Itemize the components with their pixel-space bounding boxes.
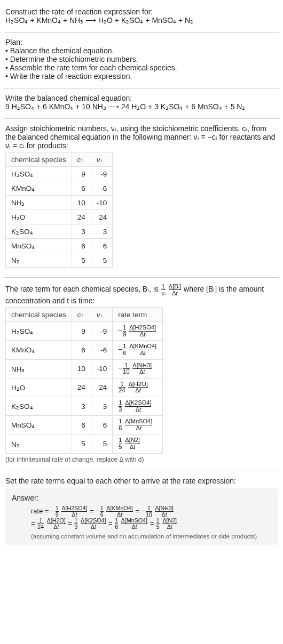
final-line: Set the rate terms equal to each other t… (5, 477, 278, 485)
rateterm-text-a: The rate term for each chemical species,… (5, 285, 161, 293)
v-cell: 24 (91, 210, 113, 224)
col-c: cᵢ (72, 152, 91, 167)
table-row: N₂5515 Δ[N2]Δt (6, 434, 163, 453)
rate-cell: −110 Δ[NH3]Δt (113, 359, 163, 378)
v-cell: 6 (91, 416, 113, 434)
intro-prompt: Construct the rate of reaction expressio… (5, 7, 278, 16)
species-cell: KMnO₄ (6, 181, 72, 196)
table-row: H₂O2424124 Δ[H2O]Δt (6, 378, 163, 397)
separator (4, 471, 279, 471)
col-v: νᵢ (91, 308, 113, 322)
species-cell: K₂SO₄ (6, 397, 72, 415)
rate-cell: 13 Δ[K2SO4]Δt (113, 397, 163, 415)
separator (4, 118, 279, 119)
col-c: cᵢ (72, 308, 91, 322)
species-cell: H₂SO₄ (6, 322, 72, 341)
species-cell: N₂ (6, 434, 72, 453)
separator (4, 277, 279, 278)
c-cell: 24 (72, 210, 91, 224)
rateterm-footnote: (for infinitesimal rate of change, repla… (5, 456, 278, 463)
table-row: MnSO₄6616 Δ[MnSO4]Δt (6, 416, 163, 434)
table-row: KMnO₄6-6 (6, 181, 113, 196)
c-cell: 6 (72, 181, 91, 196)
c-cell: 6 (72, 416, 91, 434)
col-rate: rate term (113, 308, 163, 322)
balanced-title: Write the balanced chemical equation: (5, 94, 278, 102)
col-v: νᵢ (91, 152, 113, 167)
c-cell: 9 (72, 167, 91, 181)
rate-cell: −16 Δ[KMnO4]Δt (113, 341, 163, 359)
v-cell: 3 (91, 397, 113, 415)
c-cell: 10 (72, 196, 91, 210)
v-cell: 24 (91, 378, 113, 397)
intro-block: Construct the rate of reaction expressio… (4, 4, 279, 30)
v-cell: 6 (91, 239, 113, 253)
species-cell: N₂ (6, 253, 72, 268)
table-row: MnSO₄66 (6, 239, 113, 253)
table-row: H₂SO₄9-9−19 Δ[H2SO4]Δt (6, 322, 163, 341)
col-species: chemical species (6, 152, 72, 167)
rate-eq-line2: = 124 Δ[H2O]Δt = 13 Δ[K2SO4]Δt = 16 Δ[Mn… (12, 518, 271, 530)
table-row: NH₃10-10 (6, 196, 113, 210)
table-row: NH₃10-10−110 Δ[NH3]Δt (6, 359, 163, 378)
species-cell: K₂SO₄ (6, 224, 72, 239)
species-cell: KMnO₄ (6, 341, 72, 359)
v-cell: -9 (91, 167, 113, 181)
intro-equation: H₂SO₄ + KMnO₄ + NH₃ ⟶ H₂O + K₂SO₄ + MnSO… (5, 16, 278, 25)
assign-block: Assign stoichiometric numbers, νᵢ, using… (4, 121, 279, 275)
table-row: H₂SO₄9-9 (6, 167, 113, 181)
plan-item: • Write the rate of reaction expression. (5, 72, 278, 80)
c-cell: 6 (72, 341, 91, 359)
separator (4, 88, 279, 88)
c-cell: 24 (72, 378, 91, 397)
table-row: KMnO₄6-6−16 Δ[KMnO4]Δt (6, 341, 163, 359)
c-cell: 3 (72, 224, 91, 239)
answer-footnote: (assuming constant volume and no accumul… (12, 530, 271, 540)
plan-item: • Determine the stoichiometric numbers. (5, 55, 278, 63)
species-cell: H₂O (6, 378, 72, 397)
rate-cell: −19 Δ[H2SO4]Δt (113, 322, 163, 341)
plan-block: Plan: • Balance the chemical equation. •… (4, 35, 279, 86)
species-cell: NH₃ (6, 196, 72, 210)
rate-cell: 16 Δ[MnSO4]Δt (113, 416, 163, 434)
species-cell: H₂SO₄ (6, 167, 72, 181)
v-cell: 3 (91, 224, 113, 239)
v-cell: -10 (91, 359, 113, 378)
plan-title: Plan: (5, 38, 278, 46)
rateterm-frac-1: 1νᵢ Δ[Bᵢ]Δt (161, 285, 184, 293)
c-cell: 9 (72, 322, 91, 341)
species-cell: NH₃ (6, 359, 72, 378)
c-cell: 5 (72, 434, 91, 453)
rateterm-block: The rate term for each chemical species,… (4, 280, 279, 469)
c-cell: 10 (72, 359, 91, 378)
v-cell: -6 (91, 181, 113, 196)
v-cell: 5 (91, 434, 113, 453)
separator (4, 32, 279, 33)
table-row: N₂55 (6, 253, 113, 268)
c-cell: 6 (72, 239, 91, 253)
table-row: K₂SO₄33 (6, 224, 113, 239)
balanced-equation: 9 H₂SO₄ + 6 KMnO₄ + 10 NH₃ ⟶ 24 H₂O + 3 … (5, 102, 278, 111)
table-row: H₂O2424 (6, 210, 113, 224)
col-species: chemical species (6, 308, 72, 322)
species-cell: MnSO₄ (6, 416, 72, 434)
v-cell: -10 (91, 196, 113, 210)
v-cell: -9 (91, 322, 113, 341)
final-line-block: Set the rate terms equal to each other t… (4, 473, 279, 551)
answer-label: Answer: (12, 494, 271, 502)
rate-cell: 15 Δ[N2]Δt (113, 434, 163, 453)
rate-cell: 124 Δ[H2O]Δt (113, 378, 163, 397)
balanced-block: Write the balanced chemical equation: 9 … (4, 91, 279, 116)
c-cell: 5 (72, 253, 91, 268)
v-cell: -6 (91, 341, 113, 359)
c-cell: 3 (72, 397, 91, 415)
species-cell: MnSO₄ (6, 239, 72, 253)
species-cell: H₂O (6, 210, 72, 224)
rate-eq-line1: rate = −19 Δ[H2SO4]Δt = −16 Δ[KMnO4]Δt =… (12, 505, 271, 518)
plan-item: • Assemble the rate term for each chemic… (5, 63, 278, 72)
rateterm-table: chemical species cᵢ νᵢ rate term H₂SO₄9-… (5, 307, 163, 454)
rate-prefix: rate = (31, 507, 49, 515)
assign-text: Assign stoichiometric numbers, νᵢ, using… (5, 124, 278, 150)
plan-item: • Balance the chemical equation. (5, 46, 278, 55)
answer-box: Answer: rate = −19 Δ[H2SO4]Δt = −16 Δ[KM… (5, 488, 278, 545)
